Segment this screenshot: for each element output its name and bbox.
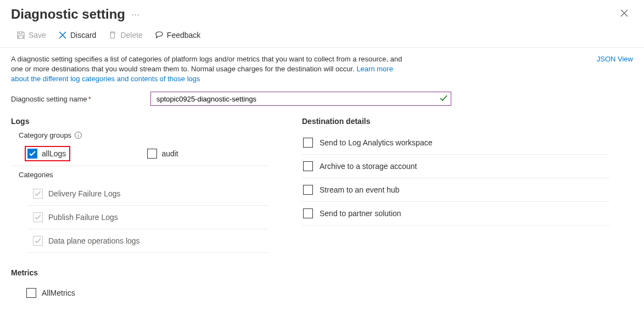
checkbox-dest[interactable] [303,138,313,148]
checkbox-allmetrics[interactable] [26,288,36,298]
info-icon[interactable]: i [75,132,82,139]
check-icon [29,150,36,157]
discard-button[interactable]: Discard [53,29,102,42]
close-icon [620,9,629,18]
group-alllogs[interactable]: allLogs [25,146,70,161]
checkbox-disabled [33,189,43,199]
category-dataplane[interactable]: Data plane operations logs [27,229,269,253]
toolbar: Save Discard Delete Feedback [0,25,644,48]
group-audit[interactable]: audit [147,146,178,161]
checkbox-dest[interactable] [303,208,313,218]
checkbox-disabled [33,212,43,222]
save-button[interactable]: Save [11,29,52,42]
feedback-button[interactable]: Feedback [149,29,206,42]
metrics-heading: Metrics [11,268,269,277]
check-icon [35,190,41,197]
checkbox-alllogs[interactable] [27,149,37,159]
category-groups-label: Category groups i [19,131,269,139]
category-publish-failure[interactable]: Publish Failure Logs [27,206,269,229]
check-icon [35,214,41,221]
checkbox-audit[interactable] [147,149,157,159]
page-title: Diagnostic setting [11,7,125,22]
save-icon [16,31,25,40]
json-view-link[interactable]: JSON View [586,54,633,64]
delete-icon [108,31,117,40]
description-text: A diagnostic setting specifies a list of… [11,54,406,84]
more-menu[interactable]: ··· [132,10,140,19]
setting-name-input[interactable] [150,92,451,106]
check-icon [35,238,41,244]
category-delivery-failure[interactable]: Delivery Failure Logs [27,182,269,206]
setting-name-label: Diagnostic setting name* [11,95,150,103]
destination-heading: Destination details [302,117,609,126]
delete-button[interactable]: Delete [103,29,148,42]
feedback-icon [155,31,164,40]
logs-heading: Logs [11,117,269,126]
checkbox-disabled [33,236,43,246]
discard-icon [58,31,67,40]
dest-eventhub[interactable]: Stream to an event hub [302,178,609,202]
dest-storage[interactable]: Archive to a storage account [302,155,609,178]
dest-log-analytics[interactable]: Send to Log Analytics workspace [302,131,609,155]
categories-label: Categories [19,171,269,179]
valid-icon [439,94,448,104]
close-button[interactable] [615,7,633,22]
metric-allmetrics[interactable]: AllMetrics [11,283,269,298]
checkbox-dest[interactable] [303,161,313,171]
checkbox-dest[interactable] [303,185,313,195]
dest-partner[interactable]: Send to partner solution [302,202,609,225]
